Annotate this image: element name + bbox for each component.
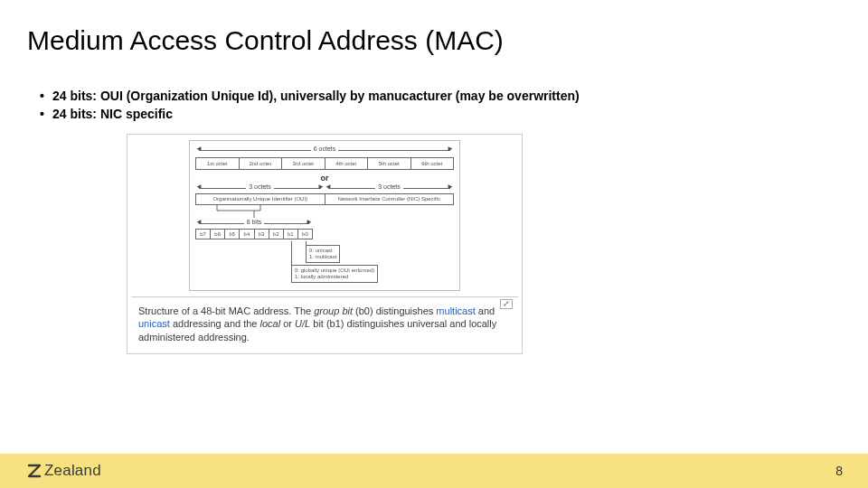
nic-cell: Network Interface Controller (NIC) Speci… bbox=[326, 194, 454, 204]
annot-b0: 0: unicast 1: multicast bbox=[306, 245, 340, 263]
octet-cell: 4th octet bbox=[326, 158, 369, 169]
octet-cell: 3rd octet bbox=[282, 158, 326, 169]
bullet-item: 24 bits: OUI (Organization Unique Id), u… bbox=[40, 89, 841, 103]
bit-cell: b5 bbox=[225, 230, 240, 239]
bit-cell: b3 bbox=[255, 230, 269, 239]
page-number: 8 bbox=[835, 464, 843, 478]
bit-cell: b1 bbox=[284, 230, 298, 239]
figure-caption: ⤢ Structure of a 48-bit MAC address. The… bbox=[131, 296, 518, 351]
bit-cell: b6 bbox=[211, 230, 225, 239]
octet-cell: 2nd octet bbox=[240, 158, 283, 169]
or-label: or bbox=[195, 174, 454, 183]
octet-cell: 5th octet bbox=[368, 158, 411, 169]
mac-diagram: ◄► 6 octets 1st octet 2nd octet 3rd octe… bbox=[189, 140, 460, 291]
slide-footer: Zealand 8 bbox=[0, 454, 868, 488]
bit-cell: b7 bbox=[196, 230, 211, 239]
six-octets-arrow: ◄► 6 octets bbox=[195, 146, 454, 155]
brace-connectors bbox=[195, 205, 454, 218]
figure-container: ◄► 6 octets 1st octet 2nd octet 3rd octe… bbox=[127, 134, 523, 354]
bit-cell: b0 bbox=[298, 230, 312, 239]
eight-bits-arrow: ◄► 8 bits bbox=[195, 220, 313, 229]
page-title: Medium Access Control Address (MAC) bbox=[27, 25, 841, 56]
octet-cell: 1st octet bbox=[196, 158, 240, 169]
half-row: Organisationally Unique Identifier (OUI)… bbox=[195, 193, 454, 205]
brand-logo: Zealand bbox=[27, 462, 101, 480]
logo-icon bbox=[27, 464, 42, 478]
octet-row: 1st octet 2nd octet 3rd octet 4th octet … bbox=[195, 157, 454, 170]
octet-cell: 6th octet bbox=[411, 158, 454, 169]
expand-icon[interactable]: ⤢ bbox=[500, 299, 513, 309]
logo-text: Zealand bbox=[44, 462, 101, 480]
bit-cell: b2 bbox=[269, 230, 284, 239]
oui-cell: Organisationally Unique Identifier (OUI) bbox=[196, 194, 326, 204]
bit-row: b7 b6 b5 b4 b3 b2 b1 b0 bbox=[195, 229, 313, 239]
left-three-octets-arrow: ◄► 3 octets bbox=[195, 184, 325, 193]
bullet-list: 24 bits: OUI (Organization Unique Id), u… bbox=[27, 89, 841, 121]
link-multicast[interactable]: multicast bbox=[436, 305, 475, 316]
annot-b1: 0: globally unique (OUI enforced) 1: loc… bbox=[291, 265, 378, 283]
link-unicast[interactable]: unicast bbox=[138, 318, 170, 329]
right-three-octets-arrow: ◄► 3 octets bbox=[325, 184, 454, 193]
bit-cell: b4 bbox=[240, 230, 254, 239]
bit-annotations: 0: unicast 1: multicast 0: globally uniq… bbox=[195, 241, 454, 285]
bullet-item: 24 bits: NIC specific bbox=[40, 107, 841, 121]
